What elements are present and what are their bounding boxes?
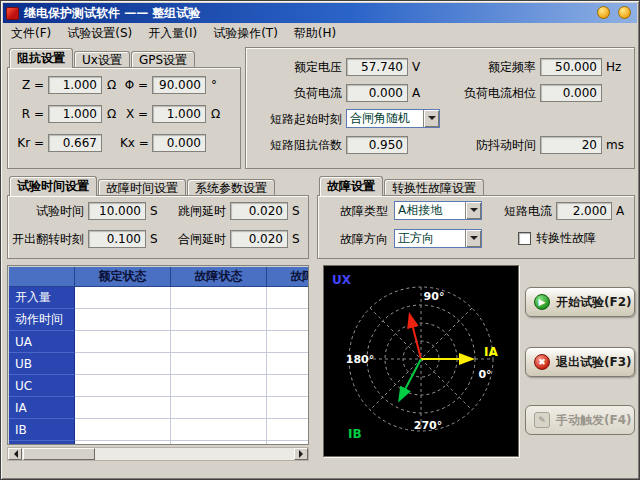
table-cell xyxy=(171,287,267,309)
label-180deg: 180° xyxy=(346,353,374,366)
tab-fault-time[interactable]: 故障时间设置 xyxy=(98,179,186,195)
table-row: IB xyxy=(9,419,309,441)
rated-voltage-input[interactable]: 57.740 xyxy=(346,58,408,76)
load-current-input[interactable]: 0.000 xyxy=(346,84,408,102)
menu-help[interactable]: 帮助(H) xyxy=(286,23,344,44)
scroll-left-button[interactable] xyxy=(8,448,22,460)
menu-test-settings[interactable]: 试验设置(S) xyxy=(59,23,140,44)
r-label: R = xyxy=(14,105,44,123)
table-cell xyxy=(267,375,309,397)
start-test-button[interactable]: ▶ 开始试验(F2) xyxy=(525,287,635,317)
fault-direction-select[interactable]: 正方向 xyxy=(394,229,482,248)
scrollbar-thumb[interactable] xyxy=(23,448,95,460)
scroll-right-button[interactable] xyxy=(294,448,308,460)
tab-ux-settings[interactable]: Ux设置 xyxy=(74,51,130,67)
debounce-label: 防抖动时间 xyxy=(436,136,536,154)
table-cell xyxy=(75,331,171,353)
debounce-input[interactable]: 20 xyxy=(540,136,602,154)
convert-fault-label: 转换性故障 xyxy=(536,230,596,246)
kx-input[interactable]: 0.000 xyxy=(152,134,206,152)
fault-direction-label: 故障方向 xyxy=(332,230,388,248)
tab-system-params[interactable]: 系统参数设置 xyxy=(187,179,275,195)
close-delay-unit: S xyxy=(292,230,300,248)
table-cell xyxy=(171,353,267,375)
close-delay-label: 合闸延时 xyxy=(164,230,226,248)
load-current-unit: A xyxy=(412,84,420,102)
kx-label: Kx = xyxy=(120,134,148,152)
table-row: IC xyxy=(9,441,309,445)
short-start-select[interactable]: 合闸角随机 xyxy=(346,109,440,128)
phi-input[interactable]: 90.000 xyxy=(152,76,206,94)
manual-trigger-label: 手动触发(F4) xyxy=(556,412,632,429)
test-time-input[interactable]: 10.000 xyxy=(88,202,146,220)
table-row: UC xyxy=(9,375,309,397)
phi-unit: ° xyxy=(211,76,217,94)
exit-test-button[interactable]: ✖ 退出试验(F3) xyxy=(525,347,635,377)
rated-voltage-unit: V xyxy=(412,58,420,76)
r-input[interactable]: 1.000 xyxy=(48,105,102,123)
short-current-input[interactable]: 2.000 xyxy=(556,202,612,220)
phi-label: Φ = xyxy=(120,76,148,94)
exit-test-label: 退出试验(F3) xyxy=(556,354,632,371)
rated-freq-input[interactable]: 50.000 xyxy=(540,58,602,76)
load-phase-input[interactable]: 0.000 xyxy=(540,84,602,102)
close-delay-input[interactable]: 0.020 xyxy=(230,230,288,248)
impedance-ratio-input[interactable]: 0.950 xyxy=(346,136,408,154)
table-header-cell: 故障转换 xyxy=(267,267,309,287)
x-input[interactable]: 1.000 xyxy=(152,105,206,123)
fault-type-select[interactable]: A相接地 xyxy=(394,201,482,220)
flip-time-input[interactable]: 0.100 xyxy=(88,230,146,248)
table-cell xyxy=(267,353,309,375)
menu-test-operation[interactable]: 试验操作(T) xyxy=(205,23,286,44)
short-current-unit: A xyxy=(616,202,624,220)
close-button[interactable] xyxy=(618,6,631,19)
fault-panel: 故障设置 转换性故障设置 故障类型 A相接地 短路电流 2.000 A 故障方向… xyxy=(317,175,635,259)
flip-time-label: 开出翻转时刻 xyxy=(10,230,84,248)
window-title: 继电保护测试软件 —— 整组试验 xyxy=(24,5,200,22)
arrow-left-icon xyxy=(10,450,18,458)
row-label: IC xyxy=(9,441,75,445)
z-input[interactable]: 1.000 xyxy=(48,76,102,94)
debounce-unit: ms xyxy=(606,136,624,154)
table-cell xyxy=(171,397,267,419)
dropdown-button[interactable] xyxy=(465,202,481,219)
dropdown-button[interactable] xyxy=(465,230,481,247)
short-start-label: 短路起始时刻 xyxy=(248,110,342,128)
flip-time-unit: S xyxy=(150,230,158,248)
table-cell xyxy=(75,375,171,397)
x-unit: Ω xyxy=(211,105,220,123)
menu-input[interactable]: 开入量(I) xyxy=(140,23,205,44)
r-unit: Ω xyxy=(107,105,116,123)
title-bar: 继电保护测试软件 —— 整组试验 xyxy=(3,3,637,23)
table-row: 动作时间 xyxy=(9,309,309,331)
status-table: 额定状态 故障状态 故障转换 开入量 动作时间 UA UB UC xyxy=(7,265,309,445)
test-time-label: 试验时间 xyxy=(10,202,84,220)
trip-delay-unit: S xyxy=(292,202,300,220)
rated-freq-unit: Hz xyxy=(606,58,621,76)
table-cell xyxy=(171,419,267,441)
trip-delay-label: 跳闸延时 xyxy=(164,202,226,220)
tab-test-time[interactable]: 试验时间设置 xyxy=(9,176,97,196)
impedance-ratio-label: 短路阻抗倍数 xyxy=(248,136,342,154)
table-hscrollbar[interactable] xyxy=(7,447,309,461)
phasor-svg: 90° 180° 0° 270° UX IA IB xyxy=(324,266,518,456)
minimize-button[interactable] xyxy=(597,6,610,19)
table-cell xyxy=(75,419,171,441)
tab-convert-fault-settings[interactable]: 转换性故障设置 xyxy=(384,179,484,195)
table-cell xyxy=(267,419,309,441)
row-label: UB xyxy=(9,353,75,375)
convert-fault-checkbox[interactable] xyxy=(518,232,531,245)
trip-delay-input[interactable]: 0.020 xyxy=(230,202,288,220)
dropdown-button[interactable] xyxy=(423,110,439,127)
tab-gps-settings[interactable]: GPS设置 xyxy=(131,51,195,67)
table-cell xyxy=(75,287,171,309)
table-cell xyxy=(267,331,309,353)
table-row: IA xyxy=(9,397,309,419)
table-row: UA xyxy=(9,331,309,353)
tab-impedance-settings[interactable]: 阻抗设置 xyxy=(9,48,73,68)
tab-fault-settings[interactable]: 故障设置 xyxy=(319,176,383,196)
table-row: 开入量 xyxy=(9,287,309,309)
kr-input[interactable]: 0.667 xyxy=(48,134,102,152)
menu-file[interactable]: 文件(F) xyxy=(3,23,59,44)
row-label: UA xyxy=(9,331,75,353)
